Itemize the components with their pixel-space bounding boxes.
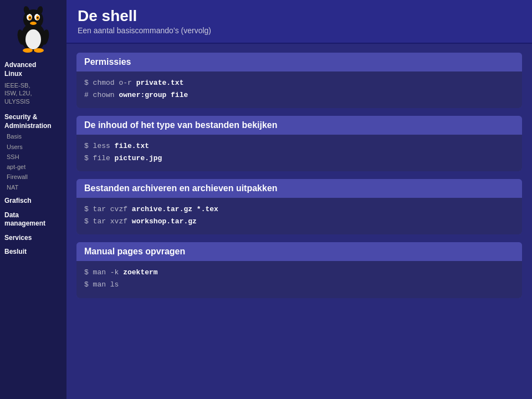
main-content: De shell Een aantal basiscommando’s (ver… xyxy=(66,0,532,399)
card-permissies-body: $ chmod o-r private.txt # chown owner:gr… xyxy=(76,71,522,108)
code-line-tar-cvzf: $ tar cvzf archive.tar.gz *.tex xyxy=(84,203,514,216)
sidebar-item-besluit[interactable]: Besluit xyxy=(0,243,66,258)
sidebar-item-grafisch[interactable]: Grafisch xyxy=(0,192,66,207)
code-line-chmod: $ chmod o-r private.txt xyxy=(84,77,514,89)
card-manual: Manual pages opvragen $ man -k zoekterm … xyxy=(76,242,522,298)
svg-point-7 xyxy=(29,17,31,19)
card-manual-header: Manual pages opvragen xyxy=(76,242,522,261)
card-archiveren-body: $ tar cvzf archive.tar.gz *.tex $ tar xv… xyxy=(76,198,522,234)
sidebar-item-firewall[interactable]: Firewall xyxy=(0,172,66,182)
content-area: Permissies $ chmod o-r private.txt # cho… xyxy=(66,44,532,399)
sidebar-item-advanced[interactable]: AdvancedLinux xyxy=(0,57,66,79)
sidebar-item-ssh[interactable]: SSH xyxy=(0,152,66,162)
page-subtitle: Een aantal basiscommando’s (vervolg) xyxy=(78,26,521,35)
sidebar-navigation: AdvancedLinux IEEE-SB,ISW, L2U,ULYSSIS S… xyxy=(0,57,66,258)
sidebar: AdvancedLinux IEEE-SB,ISW, L2U,ULYSSIS S… xyxy=(0,0,66,399)
card-inhoud-header: De inhoud of het type van bestanden beki… xyxy=(76,116,522,135)
card-archiveren: Bestanden archiveren en archieven uitpak… xyxy=(76,179,522,234)
linux-logo xyxy=(8,4,58,54)
sidebar-item-nat[interactable]: NAT xyxy=(0,182,66,192)
page-title: De shell xyxy=(78,8,521,25)
sidebar-item-users[interactable]: Users xyxy=(0,142,66,152)
sidebar-item-ieee[interactable]: IEEE-SB,ISW, L2U,ULYSSIS xyxy=(0,79,66,108)
page-header: De shell Een aantal basiscommando’s (ver… xyxy=(66,0,532,44)
code-line-man-ls: $ man ls xyxy=(84,279,514,291)
sidebar-item-basis[interactable]: Basis xyxy=(0,131,66,141)
svg-point-13 xyxy=(34,48,44,53)
card-inhoud-body: $ less file.txt $ file picture.jpg xyxy=(76,135,522,171)
card-permissies: Permissies $ chmod o-r private.txt # cho… xyxy=(76,53,522,108)
code-line-file: $ file picture.jpg xyxy=(84,152,514,165)
svg-point-12 xyxy=(23,48,33,53)
sidebar-item-security[interactable]: Security &Administration xyxy=(0,108,66,131)
card-archiveren-header: Bestanden archiveren en archieven uitpak… xyxy=(76,179,522,198)
svg-point-9 xyxy=(30,22,37,25)
card-manual-body: $ man -k zoekterm $ man ls xyxy=(76,261,522,298)
card-inhoud: De inhoud of het type van bestanden beki… xyxy=(76,116,522,171)
code-line-chown: # chown owner:group file xyxy=(84,89,514,101)
code-line-man-k: $ man -k zoekterm xyxy=(84,267,514,279)
svg-point-8 xyxy=(37,17,39,19)
card-permissies-header: Permissies xyxy=(76,53,522,71)
code-line-tar-xvzf: $ tar xvzf workshop.tar.gz xyxy=(84,216,514,228)
sidebar-item-data-management[interactable]: Datamanagement xyxy=(0,207,66,229)
code-line-less: $ less file.txt xyxy=(84,140,514,152)
svg-point-1 xyxy=(25,29,41,49)
sidebar-item-apt-get[interactable]: apt-get xyxy=(0,162,66,172)
sidebar-item-services[interactable]: Services xyxy=(0,229,66,244)
